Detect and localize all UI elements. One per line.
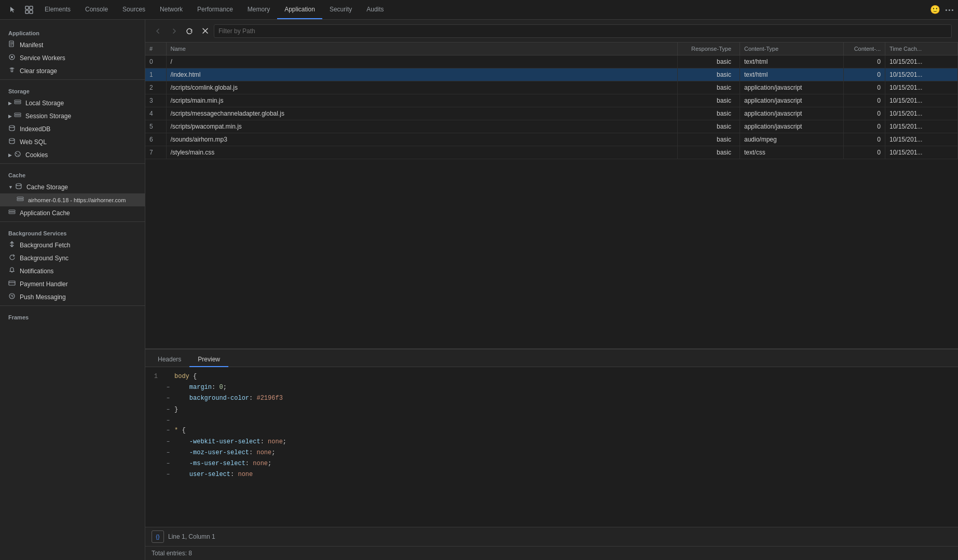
back-button[interactable] bbox=[152, 24, 165, 38]
expand-arrow-icon: ▶ bbox=[8, 101, 12, 106]
svg-rect-18 bbox=[17, 199, 23, 201]
table-row[interactable]: 0 / basic text/html 0 10/15/201... bbox=[145, 55, 958, 68]
service-workers-label: Service Workers bbox=[20, 54, 65, 62]
app-cache-label: Application Cache bbox=[20, 209, 70, 217]
cell-content-len: 0 bbox=[844, 146, 885, 159]
col-header-response-type: Response-Type bbox=[678, 43, 740, 55]
delete-button[interactable] bbox=[198, 24, 212, 38]
sidebar-item-cookies[interactable]: ▶ Cookies bbox=[0, 148, 145, 161]
sidebar-item-session-storage[interactable]: ▶ Session Storage bbox=[0, 109, 145, 122]
cell-time: 10/15/201... bbox=[885, 133, 958, 146]
code-line-4: – } bbox=[145, 404, 958, 415]
svg-rect-7 bbox=[15, 100, 21, 102]
cache-storage-label: Cache Storage bbox=[26, 184, 68, 191]
more-options-icon[interactable]: ⋯ bbox=[945, 4, 954, 16]
table-row[interactable]: 7 /styles/main.css basic text/css 0 10/1… bbox=[145, 146, 958, 159]
cache-table: # Name Response-Type Content-Type Conten… bbox=[145, 43, 958, 349]
cell-content-type: application/javascript bbox=[740, 94, 844, 107]
sidebar-item-clear-storage[interactable]: Clear storage bbox=[0, 64, 145, 77]
sidebar-item-payment-handler[interactable]: Payment Handler bbox=[0, 277, 145, 290]
tab-sources[interactable]: Sources bbox=[115, 0, 153, 19]
cell-name: /index.html bbox=[166, 68, 678, 81]
cell-time: 10/15/201... bbox=[885, 68, 958, 81]
cell-response-type: basic bbox=[678, 55, 740, 68]
table-row[interactable]: 1 /index.html basic text/html 0 10/15/20… bbox=[145, 68, 958, 81]
web-sql-label: Web SQL bbox=[20, 138, 47, 146]
devtools-tab-bar: Elements Console Sources Network Perform… bbox=[0, 0, 958, 20]
divider bbox=[0, 79, 145, 80]
table-row[interactable]: 2 /scripts/comlink.global.js basic appli… bbox=[145, 81, 958, 94]
sidebar-section-bg-services: Background Services bbox=[0, 224, 145, 239]
svg-point-12 bbox=[9, 138, 15, 141]
svg-point-6 bbox=[11, 56, 13, 58]
col-header-content-len: Content-... bbox=[844, 43, 885, 55]
sidebar-section-application: Application bbox=[0, 24, 145, 38]
cell-content-type: application/javascript bbox=[740, 107, 844, 120]
cell-name: /scripts/main.min.js bbox=[166, 94, 678, 107]
cell-name: /sounds/airhorn.mp3 bbox=[166, 133, 678, 146]
table-body: 0 / basic text/html 0 10/15/201... 1 /in… bbox=[145, 55, 958, 159]
bottom-bar: Total entries: 8 bbox=[145, 546, 958, 560]
sidebar-item-bg-sync[interactable]: Background Sync bbox=[0, 251, 145, 264]
table-row[interactable]: 5 /scripts/pwacompat.min.js basic applic… bbox=[145, 120, 958, 133]
sidebar-item-push-messaging[interactable]: Push Messaging bbox=[0, 290, 145, 303]
svg-point-16 bbox=[16, 184, 21, 186]
sidebar-item-bg-fetch[interactable]: Background Fetch bbox=[0, 239, 145, 251]
sidebar-item-local-storage[interactable]: ▶ Local Storage bbox=[0, 96, 145, 109]
code-line-7: – -webkit-user-select: none; bbox=[145, 437, 958, 447]
tab-elements[interactable]: Elements bbox=[37, 0, 78, 19]
session-expand-icon: ▶ bbox=[8, 114, 12, 119]
table-row[interactable]: 6 /sounds/airhorn.mp3 basic audio/mpeg 0… bbox=[145, 133, 958, 146]
indexeddb-label: IndexedDB bbox=[20, 125, 50, 133]
entries-table: # Name Response-Type Content-Type Conten… bbox=[145, 43, 958, 159]
cell-time: 10/15/201... bbox=[885, 120, 958, 133]
table-row[interactable]: 3 /scripts/main.min.js basic application… bbox=[145, 94, 958, 107]
inspect-icon[interactable] bbox=[21, 0, 37, 19]
web-sql-icon bbox=[8, 137, 16, 146]
preview-footer: {} Line 1, Column 1 bbox=[145, 527, 958, 546]
format-button[interactable]: {} bbox=[152, 530, 164, 543]
emoji-icon[interactable]: 🙂 bbox=[930, 5, 940, 15]
cursor-icon[interactable] bbox=[4, 0, 21, 19]
tab-network[interactable]: Network bbox=[153, 0, 190, 19]
code-line-1: 1 body { bbox=[145, 371, 958, 382]
svg-rect-21 bbox=[9, 281, 15, 285]
preview-content: 1 body { – margin: 0; – background-color… bbox=[145, 367, 958, 527]
svg-rect-8 bbox=[15, 102, 21, 104]
sidebar-item-service-workers[interactable]: Service Workers bbox=[0, 51, 145, 64]
svg-rect-1 bbox=[30, 6, 33, 9]
sidebar-item-web-sql[interactable]: Web SQL bbox=[0, 135, 145, 148]
refresh-button[interactable] bbox=[183, 24, 196, 38]
sidebar-section-storage: Storage bbox=[0, 82, 145, 96]
sidebar-item-manifest[interactable]: Manifest bbox=[0, 38, 145, 51]
tab-performance[interactable]: Performance bbox=[190, 0, 240, 19]
tab-application[interactable]: Application bbox=[277, 0, 322, 19]
cell-content-len: 0 bbox=[844, 81, 885, 94]
devtools-right-controls: 🙂 ⋯ bbox=[930, 4, 954, 16]
tab-console[interactable]: Console bbox=[78, 0, 115, 19]
table-row[interactable]: 4 /scripts/messagechanneladapter.global.… bbox=[145, 107, 958, 120]
svg-point-23 bbox=[11, 296, 12, 297]
filter-input[interactable] bbox=[214, 24, 952, 38]
svg-rect-20 bbox=[9, 212, 15, 214]
tab-security[interactable]: Security bbox=[322, 0, 359, 19]
sidebar-item-cache-entry[interactable]: airhorner-0.6.18 - https://airhorner.com bbox=[0, 193, 145, 206]
svg-rect-10 bbox=[15, 115, 21, 117]
tab-audits[interactable]: Audits bbox=[359, 0, 391, 19]
cache-storage-icon bbox=[15, 183, 22, 191]
forward-button[interactable] bbox=[167, 24, 181, 38]
cache-expand-icon: ▼ bbox=[8, 185, 13, 190]
manifest-label: Manifest bbox=[20, 41, 43, 49]
tab-memory[interactable]: Memory bbox=[240, 0, 277, 19]
tab-preview[interactable]: Preview bbox=[189, 353, 228, 367]
svg-rect-19 bbox=[9, 210, 15, 212]
sidebar-item-app-cache[interactable]: Application Cache bbox=[0, 206, 145, 219]
push-messaging-label: Push Messaging bbox=[20, 293, 66, 301]
sidebar-item-cache-storage[interactable]: ▼ Cache Storage bbox=[0, 180, 145, 193]
sidebar-item-indexeddb[interactable]: IndexedDB bbox=[0, 122, 145, 135]
cell-content-len: 0 bbox=[844, 68, 885, 81]
sidebar-item-notifications[interactable]: Notifications bbox=[0, 264, 145, 277]
col-header-content-type: Content-Type bbox=[740, 43, 844, 55]
cell-time: 10/15/201... bbox=[885, 94, 958, 107]
tab-headers[interactable]: Headers bbox=[149, 353, 189, 367]
